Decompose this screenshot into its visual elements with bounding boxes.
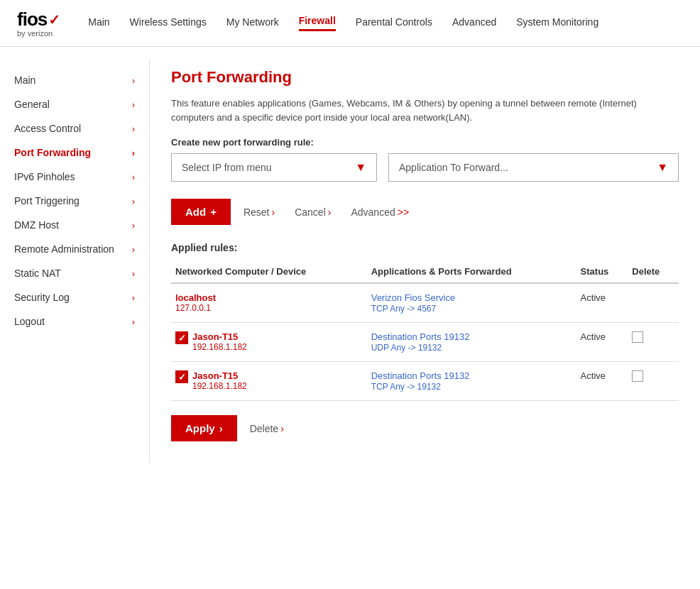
app-detail: TCP Any -> 4567 — [371, 304, 437, 314]
rules-table: Networked Computer / Device Applications… — [171, 260, 679, 401]
device-cell: localhost 127.0.0.1 — [171, 283, 367, 323]
chevron-right-icon: › — [132, 148, 135, 158]
double-chevron-icon: >> — [398, 207, 409, 218]
sidebar-item-remote-administration[interactable]: Remote Administration › — [11, 237, 138, 261]
device-name: Jason-T15 — [192, 331, 247, 342]
sidebar-item-main-label: Main — [14, 75, 35, 86]
dropdown-arrow-icon: ▼ — [355, 161, 366, 174]
select-ip-label: Select IP from menu — [182, 162, 272, 173]
chevron-right-icon: › — [272, 207, 275, 218]
sidebar-item-ipv6-pinholes[interactable]: IPv6 Pinholes › — [11, 165, 138, 189]
bottom-action-row: Apply › Delete › — [171, 415, 679, 441]
row-checkbox[interactable]: ✓ — [175, 331, 188, 344]
nav-wireless-settings[interactable]: Wireless Settings — [130, 16, 207, 31]
row-checkbox[interactable]: ✓ — [175, 370, 188, 383]
app-name: Verizon Fios Service — [371, 292, 456, 303]
status-cell: Active — [576, 323, 628, 362]
sidebar-item-logout[interactable]: Logout › — [11, 309, 138, 334]
sidebar-item-general-label: General — [14, 99, 50, 110]
nav-system-monitoring[interactable]: System Monitoring — [516, 16, 598, 31]
status-badge: Active — [581, 370, 606, 381]
page-description: This feature enables applications (Games… — [171, 97, 679, 124]
chevron-right-icon: › — [132, 75, 135, 86]
chevron-right-icon: › — [132, 99, 135, 110]
chevron-right-icon: › — [132, 196, 135, 207]
add-label: Add — [185, 206, 206, 218]
chevron-right-icon: › — [219, 422, 223, 434]
device-name: localhost — [175, 292, 216, 303]
content: Main › General › Access Control › Port F… — [0, 47, 700, 477]
apply-label: Apply — [185, 422, 215, 434]
device-ip: 192.168.1.182 — [192, 381, 247, 391]
delete-checkbox[interactable] — [632, 370, 643, 382]
status-badge: Active — [581, 292, 606, 303]
action-row: Add + Reset › Cancel › Advanced >> — [171, 199, 679, 225]
advanced-label: Advanced — [351, 207, 395, 218]
app-detail: TCP Any -> 19132 — [371, 382, 441, 392]
sidebar-item-ipv6-pinholes-label: IPv6 Pinholes — [14, 171, 75, 182]
device-cell: ✓ Jason-T15 192.168.1.182 — [171, 362, 367, 401]
chevron-right-icon: › — [280, 423, 284, 434]
delete-checkbox[interactable] — [632, 331, 643, 343]
device-ip: 192.168.1.182 — [192, 342, 247, 352]
select-ip-dropdown[interactable]: Select IP from menu ▼ — [171, 153, 377, 182]
app-cell: Verizon Fios Service TCP Any -> 4567 — [367, 283, 576, 323]
sidebar-item-static-nat-label: Static NAT — [14, 268, 61, 279]
nav-parental-controls[interactable]: Parental Controls — [356, 16, 432, 31]
chevron-right-icon: › — [132, 292, 135, 303]
select-app-dropdown[interactable]: Application To Forward... ▼ — [388, 153, 679, 182]
status-badge: Active — [581, 331, 606, 342]
chevron-right-icon: › — [132, 123, 135, 134]
header: fios✓ by verizon Main Wireless Settings … — [0, 0, 700, 47]
table-row: ✓ Jason-T15 192.168.1.182 Destination Po… — [171, 362, 679, 401]
chevron-right-icon: › — [132, 244, 135, 255]
device-name: Jason-T15 — [192, 370, 247, 381]
cancel-button[interactable]: Cancel › — [288, 201, 338, 224]
sidebar-item-port-forwarding[interactable]: Port Forwarding › — [11, 141, 138, 165]
logo: fios✓ by verizon — [17, 9, 60, 38]
sidebar-item-logout-label: Logout — [14, 316, 45, 327]
reset-label: Reset — [244, 207, 270, 218]
sidebar-item-main[interactable]: Main › — [11, 68, 138, 92]
app-cell: Destination Ports 19132 TCP Any -> 19132 — [367, 362, 576, 401]
dropdowns-row: Select IP from menu ▼ Application To For… — [171, 153, 679, 182]
status-cell: Active — [576, 283, 628, 323]
sidebar-item-security-log[interactable]: Security Log › — [11, 285, 138, 309]
chevron-right-icon: › — [328, 207, 332, 218]
reset-button[interactable]: Reset › — [236, 201, 282, 224]
sidebar-item-dmz-host[interactable]: DMZ Host › — [11, 213, 138, 237]
delete-button[interactable]: Delete › — [243, 417, 291, 440]
nav-firewall[interactable]: Firewall — [299, 15, 336, 31]
main-nav: Main Wireless Settings My Network Firewa… — [88, 15, 598, 31]
col-status: Status — [576, 260, 628, 283]
add-button[interactable]: Add + — [171, 199, 231, 225]
col-device: Networked Computer / Device — [171, 260, 367, 283]
table-row: localhost 127.0.0.1 Verizon Fios Service… — [171, 283, 679, 323]
delete-cell[interactable] — [628, 362, 679, 401]
nav-main[interactable]: Main — [88, 16, 109, 31]
col-delete: Delete — [628, 260, 679, 283]
advanced-button[interactable]: Advanced >> — [344, 201, 416, 224]
delete-cell[interactable] — [628, 323, 679, 362]
chevron-right-icon: › — [132, 220, 135, 231]
plus-icon: + — [210, 206, 217, 218]
delete-label: Delete — [250, 423, 278, 434]
device-ip: 127.0.0.1 — [175, 303, 216, 313]
nav-my-network[interactable]: My Network — [226, 16, 279, 31]
dropdown-arrow-icon: ▼ — [657, 161, 668, 174]
chevron-right-icon: › — [132, 316, 135, 327]
delete-cell — [628, 283, 679, 323]
sidebar-item-dmz-host-label: DMZ Host — [14, 219, 59, 231]
sidebar-item-static-nat[interactable]: Static NAT › — [11, 261, 138, 285]
sidebar-item-port-triggering[interactable]: Port Triggering › — [11, 189, 138, 213]
sidebar-item-remote-administration-label: Remote Administration — [14, 243, 114, 255]
app-detail: UDP Any -> 19132 — [371, 343, 442, 353]
sidebar-item-general[interactable]: General › — [11, 92, 138, 116]
sidebar-item-port-triggering-label: Port Triggering — [14, 195, 80, 207]
col-app: Applications & Ports Forwarded — [367, 260, 576, 283]
nav-advanced[interactable]: Advanced — [452, 16, 496, 31]
page-title: Port Forwarding — [171, 68, 679, 87]
status-cell: Active — [576, 362, 628, 401]
apply-button[interactable]: Apply › — [171, 415, 237, 441]
sidebar-item-access-control[interactable]: Access Control › — [11, 116, 138, 141]
